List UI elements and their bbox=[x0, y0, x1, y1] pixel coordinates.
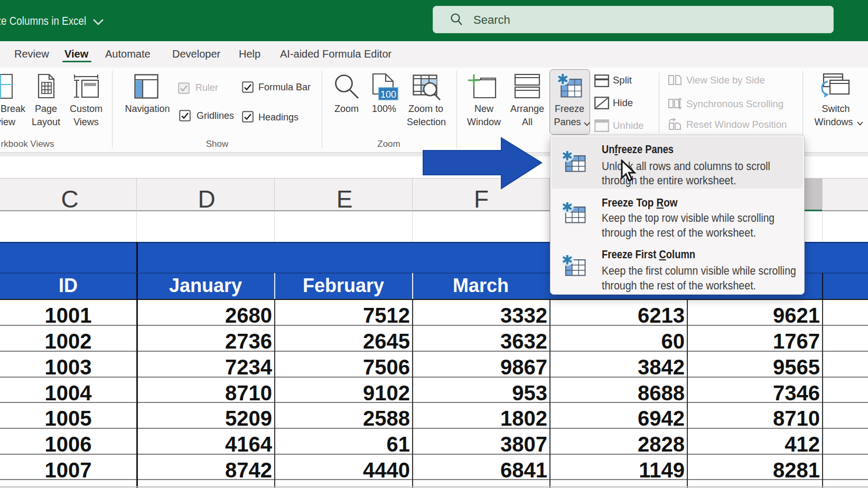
svg-text:100: 100 bbox=[380, 89, 396, 100]
